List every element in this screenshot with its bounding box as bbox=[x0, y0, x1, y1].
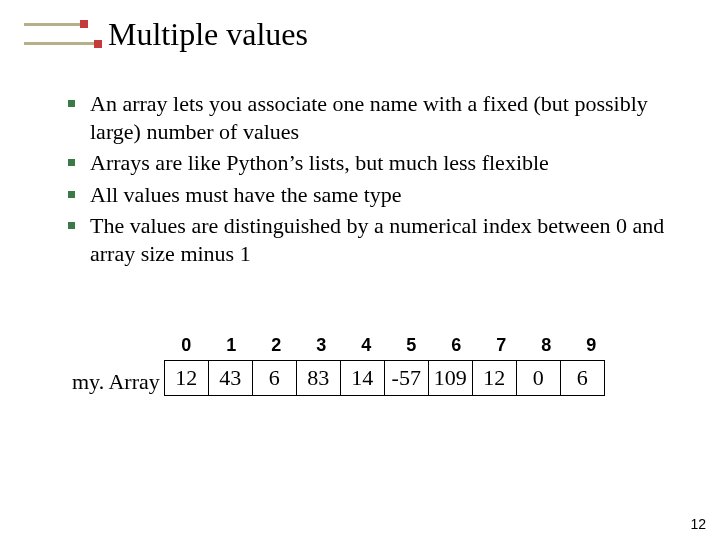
array-value: 0 bbox=[516, 360, 561, 396]
slide-title: Multiple values bbox=[108, 18, 308, 50]
array-value: 6 bbox=[560, 360, 605, 396]
bullet-item: The values are distinguished by a numeri… bbox=[62, 212, 680, 267]
page-number: 12 bbox=[690, 516, 706, 532]
array-value: 6 bbox=[252, 360, 297, 396]
array-index: 5 bbox=[389, 335, 434, 360]
array-index-row: 0 1 2 3 4 5 6 7 8 9 bbox=[164, 335, 614, 360]
array-value: 14 bbox=[340, 360, 385, 396]
bullet-item: Arrays are like Python’s lists, but much… bbox=[62, 149, 680, 177]
array-index: 0 bbox=[164, 335, 209, 360]
array-index: 2 bbox=[254, 335, 299, 360]
title-row: Multiple values bbox=[24, 18, 696, 50]
array-index: 9 bbox=[569, 335, 614, 360]
array-index: 7 bbox=[479, 335, 524, 360]
array-diagram: my. Array 0 1 2 3 4 5 6 7 8 9 12 43 bbox=[72, 335, 680, 396]
slide: Multiple values An array lets you associ… bbox=[0, 0, 720, 540]
bullet-item: All values must have the same type bbox=[62, 181, 680, 209]
array-value: 12 bbox=[164, 360, 209, 396]
array-index: 8 bbox=[524, 335, 569, 360]
array-label: my. Array bbox=[72, 335, 160, 395]
array-index: 1 bbox=[209, 335, 254, 360]
array-index: 4 bbox=[344, 335, 389, 360]
bullet-item: An array lets you associate one name wit… bbox=[62, 90, 680, 145]
body-text: An array lets you associate one name wit… bbox=[62, 90, 680, 271]
array-value: 109 bbox=[428, 360, 473, 396]
array-value: -57 bbox=[384, 360, 429, 396]
array-value-row: 12 43 6 83 14 -57 109 12 0 6 bbox=[164, 360, 614, 396]
array-value: 83 bbox=[296, 360, 341, 396]
array-value: 12 bbox=[472, 360, 517, 396]
array-value: 43 bbox=[208, 360, 253, 396]
array-index: 3 bbox=[299, 335, 344, 360]
title-decoration-icon bbox=[24, 23, 96, 45]
array-index: 6 bbox=[434, 335, 479, 360]
